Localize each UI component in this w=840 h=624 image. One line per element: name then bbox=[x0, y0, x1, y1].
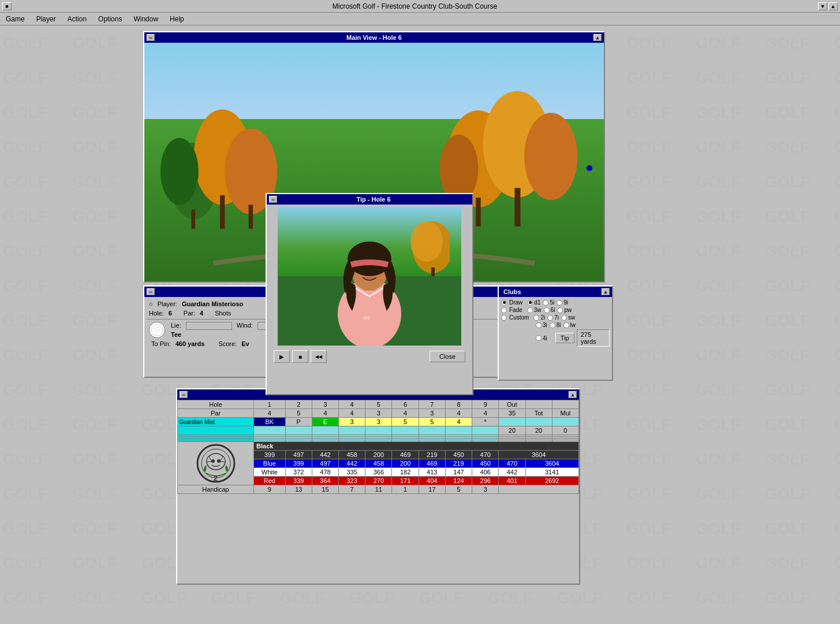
3i-radio[interactable] bbox=[536, 322, 542, 328]
menu-options[interactable]: Options bbox=[95, 14, 125, 24]
w9: 442 bbox=[499, 468, 525, 477]
r-out: 2692 bbox=[525, 477, 579, 485]
h7: 17 bbox=[419, 485, 445, 494]
6i-label: 6i bbox=[551, 307, 555, 313]
menu-window[interactable]: Window bbox=[130, 14, 162, 24]
scorecard-max-btn[interactable]: ▲ bbox=[569, 391, 577, 398]
draw-radio[interactable] bbox=[501, 300, 507, 306]
player-e: E bbox=[312, 418, 338, 426]
fade-label: Fade bbox=[509, 307, 522, 313]
pw-radio[interactable] bbox=[557, 307, 563, 313]
tip-titlebar[interactable]: ═ Tip - Hole 6 bbox=[267, 194, 472, 205]
svg-rect-13 bbox=[476, 198, 480, 226]
clubs-fade-row: Fade 3w 6i pw bbox=[501, 307, 610, 313]
total-mul: 0 bbox=[552, 426, 578, 435]
play-button[interactable]: ▶ bbox=[274, 350, 290, 363]
main-view-max-btn[interactable]: ▲ bbox=[593, 34, 602, 41]
b4: 458 bbox=[339, 451, 365, 459]
clubs-draw-row: Draw d1 5i 9i bbox=[501, 299, 610, 306]
total-2 bbox=[285, 426, 312, 435]
tip-title: Tip - Hole 6 bbox=[277, 196, 470, 203]
fade-radio[interactable] bbox=[501, 307, 507, 313]
par-label: Par: bbox=[184, 310, 195, 317]
h6: 1 bbox=[392, 485, 419, 494]
lw-label: lw bbox=[570, 322, 576, 328]
tip-close-btn-small[interactable]: ═ bbox=[269, 196, 277, 203]
lw-radio[interactable] bbox=[563, 322, 569, 328]
r6: 404 bbox=[419, 477, 445, 485]
stop-button[interactable]: ■ bbox=[292, 350, 308, 363]
4i-option: 4i bbox=[501, 335, 547, 341]
blue-label: Blue bbox=[254, 459, 286, 468]
svg-point-5 bbox=[160, 138, 199, 205]
3w-radio[interactable] bbox=[527, 307, 533, 313]
main-view-close-btn[interactable]: ═ bbox=[147, 34, 155, 41]
rewind-button[interactable]: ◀◀ bbox=[311, 350, 327, 363]
sw-option: sw bbox=[561, 314, 575, 321]
3w-option: 3w bbox=[527, 307, 542, 313]
menu-help[interactable]: Help bbox=[166, 14, 188, 24]
instructor-figure: RS bbox=[323, 230, 416, 346]
8i-radio[interactable] bbox=[550, 322, 555, 328]
2i-label: 2i bbox=[540, 314, 545, 321]
w2: 478 bbox=[312, 468, 338, 477]
h8: 5 bbox=[445, 485, 472, 494]
menu-game[interactable]: Game bbox=[2, 14, 28, 24]
menu-action[interactable]: Action bbox=[64, 14, 90, 24]
svg-point-23 bbox=[158, 326, 159, 328]
custom-radio[interactable] bbox=[501, 315, 507, 321]
system-menu-btn[interactable]: ■ bbox=[2, 2, 12, 10]
score-value: Ev bbox=[241, 340, 249, 347]
scorecard-close-btn[interactable]: ═ bbox=[180, 391, 188, 398]
par-3: 4 bbox=[312, 409, 338, 418]
close-button[interactable]: Close bbox=[430, 351, 465, 362]
h3: 15 bbox=[312, 485, 338, 494]
b3: 442 bbox=[312, 451, 338, 459]
bl7: 219 bbox=[445, 459, 472, 468]
score-h8 bbox=[525, 418, 552, 426]
total-9 bbox=[472, 426, 499, 435]
minimize-btn[interactable]: ▼ bbox=[818, 2, 827, 10]
6i-radio[interactable] bbox=[544, 307, 550, 313]
9i-radio[interactable] bbox=[557, 300, 562, 306]
lie-value: Tee bbox=[171, 331, 181, 338]
d1-option: d1 bbox=[527, 299, 540, 306]
5i-radio[interactable] bbox=[543, 300, 548, 306]
svg-point-31 bbox=[211, 459, 215, 463]
tip-tree bbox=[404, 218, 450, 276]
shot-info-close-btn[interactable]: ═ bbox=[147, 288, 155, 295]
b-out: 3604 bbox=[499, 451, 579, 459]
clubs-window: Clubs ▲ Draw d1 5i bbox=[498, 285, 613, 381]
bl2: 497 bbox=[312, 459, 338, 468]
total-tot: 20 bbox=[525, 426, 552, 435]
par-8: 4 bbox=[445, 409, 472, 418]
par-mul: Mul bbox=[552, 409, 578, 418]
svg-rect-36 bbox=[431, 268, 435, 276]
clubs-titlebar[interactable]: Clubs ▲ bbox=[499, 287, 612, 297]
main-view-titlebar[interactable]: ═ Main View - Hole 6 ▲ bbox=[144, 32, 604, 43]
player-name-cell: Guardian Mist bbox=[178, 418, 254, 426]
lie-label: Lie: bbox=[171, 322, 181, 330]
4i-radio[interactable] bbox=[536, 335, 542, 341]
r1: 339 bbox=[285, 477, 312, 485]
clubs-max-btn[interactable]: ▲ bbox=[602, 288, 610, 295]
app-title: Microsoft Golf - Firestone Country Club-… bbox=[12, 2, 818, 10]
sw-radio[interactable] bbox=[561, 315, 567, 321]
svg-rect-14 bbox=[514, 188, 520, 226]
col-3: 3 bbox=[312, 400, 338, 409]
b5: 200 bbox=[365, 451, 392, 459]
maximize-btn[interactable]: ▲ bbox=[828, 2, 838, 10]
main-view-title: Main View - Hole 6 bbox=[155, 34, 593, 41]
b8: 450 bbox=[445, 451, 472, 459]
clubs-title: Clubs bbox=[501, 288, 602, 295]
course-logo: 2 bbox=[196, 443, 236, 484]
col-6: 6 bbox=[392, 400, 419, 409]
7i-radio[interactable] bbox=[547, 315, 553, 321]
menu-player[interactable]: Player bbox=[33, 14, 59, 24]
tip-button[interactable]: Tip bbox=[555, 333, 574, 343]
d1-radio[interactable] bbox=[527, 300, 533, 306]
2i-radio[interactable] bbox=[533, 315, 539, 321]
col-9: 9 bbox=[472, 400, 499, 409]
instructor-svg: RS bbox=[323, 230, 416, 346]
white-label: White bbox=[254, 468, 286, 477]
